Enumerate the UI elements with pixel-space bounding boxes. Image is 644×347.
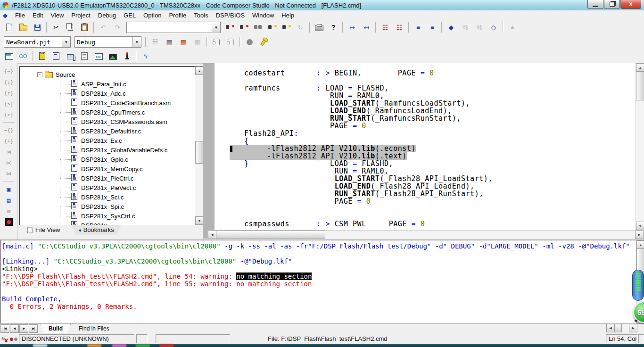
- file-label[interactable]: DSP281x_SysCtrl.c: [81, 213, 135, 220]
- memory-view-button[interactable]: [78, 50, 91, 62]
- build-output-window[interactable]: [main.c] "C:\CCStudio_v3.3PLA\C2000\cgto…: [0, 240, 644, 323]
- graph-view-button[interactable]: [92, 50, 105, 62]
- outdent-button[interactable]: ≡: [412, 21, 425, 33]
- scroll-thumb[interactable]: [636, 71, 644, 100]
- output-line[interactable]: [2, 288, 636, 295]
- toggle-probe-point-button[interactable]: ▥: [3, 206, 15, 216]
- tab-bookmarks[interactable]: ♦ Bookmarks: [72, 225, 121, 235]
- indent-button[interactable]: ≡: [426, 21, 439, 33]
- mdi-child-icon[interactable]: ◆: [3, 12, 8, 19]
- output-line[interactable]: [main.c] "C:\CCStudio_v3.3PLA\C2000\cgto…: [2, 242, 636, 250]
- tree-file-item[interactable]: DSP281x_PieVect.c: [19, 183, 195, 192]
- scroll-thumb[interactable]: [614, 324, 622, 332]
- file-label[interactable]: DSP281x_MemCopy.c: [81, 165, 143, 173]
- asm-step-over-button[interactable]: {↶}: [3, 109, 15, 120]
- scroll-up-button[interactable]: ▲: [636, 63, 644, 72]
- watch-glasses-button[interactable]: [17, 50, 30, 62]
- tree-file-item[interactable]: DSP281x_Adc.c: [19, 89, 195, 98]
- code-line[interactable]: PAGE = 0: [215, 198, 636, 205]
- output-line[interactable]: "F:\\DSP_Flash\\Flash_test\\FLASH2.cmd",…: [2, 273, 636, 280]
- find-prev-button[interactable]: [237, 21, 250, 33]
- project-tree[interactable]: -SourceASP_Para_Init.cDSP281x_Adc.cDSP28…: [19, 66, 195, 225]
- last-tab-button[interactable]: ▶|: [29, 324, 38, 333]
- code-line[interactable]: PAGE = 0: [215, 122, 636, 130]
- file-label[interactable]: DSP281x_CodeStartBranch.asm: [81, 99, 171, 107]
- menu-file[interactable]: File: [11, 11, 29, 19]
- scroll-down-button[interactable]: ▼: [636, 222, 644, 230]
- tree-file-item[interactable]: DSP281x_CpuTimers.c: [19, 107, 195, 117]
- file-label[interactable]: DSP281x_DefaultIsr.c: [81, 128, 141, 135]
- menu-view[interactable]: View: [47, 11, 67, 19]
- find-next-button[interactable]: [223, 21, 236, 33]
- code-editor[interactable]: codestart : > BEGIN, PAGE = 0ramfuncs : …: [215, 63, 636, 230]
- overlay-volume-bar[interactable]: [632, 270, 644, 301]
- goto-symbol-button[interactable]: ↤: [360, 21, 373, 33]
- goto-line-button[interactable]: ↦: [346, 21, 359, 33]
- code-line[interactable]: LOAD_END(_RamfuncsLoadEnd),: [215, 107, 636, 115]
- probe-point-button[interactable]: [243, 36, 256, 48]
- step-into-button[interactable]: {→}: [3, 66, 15, 77]
- dsp-bios-config-button[interactable]: ϟ: [139, 50, 152, 62]
- tree-file-item[interactable]: DSP281x_GlobalVariableDefs.c: [19, 145, 195, 155]
- tree-file-item[interactable]: DSP281x_CodeStartBranch.asm: [19, 98, 195, 107]
- tab-find-in-files[interactable]: Find in Files: [71, 324, 117, 333]
- scroll-left-button[interactable]: ◀: [606, 324, 615, 332]
- collapse-icon[interactable]: -: [37, 72, 42, 77]
- tree-file-item[interactable]: DSP281x_DefaultIsr.c: [19, 126, 195, 136]
- stop-build-button[interactable]: ▦: [191, 36, 204, 48]
- file-label[interactable]: DSP281x_: [81, 222, 110, 225]
- compile-file-button[interactable]: ☷: [149, 36, 162, 48]
- menu-edit[interactable]: Edit: [29, 11, 47, 19]
- find-in-files-button[interactable]: [251, 21, 264, 33]
- code-line[interactable]: RUN_START(_RamfuncsRunStart),: [215, 115, 636, 122]
- next-tab-button[interactable]: ▶: [19, 324, 28, 333]
- search-combo[interactable]: ▼: [126, 22, 221, 33]
- tree-root-label[interactable]: Source: [56, 71, 75, 78]
- config-combo-value[interactable]: Debug: [75, 39, 132, 46]
- file-label[interactable]: DSP281x_Adc.c: [81, 90, 126, 97]
- output-line[interactable]: "F:\\DSP_Flash\\Flash_test\\FLASH2.cmd",…: [2, 280, 636, 288]
- watch-window-button[interactable]: [2, 50, 16, 62]
- project-combo-value[interactable]: NewBoard.pjt: [4, 39, 62, 46]
- halt-button[interactable]: [210, 36, 223, 48]
- scroll-thumb[interactable]: [216, 231, 325, 239]
- run-free-button[interactable]: ⋉: [3, 157, 15, 168]
- menu-profile[interactable]: Profile: [165, 11, 190, 19]
- tree-node-source[interactable]: -Source: [19, 70, 195, 79]
- tree-file-item[interactable]: DSP281x_MemCopy.c: [19, 164, 195, 174]
- find-declaration-button[interactable]: ☷: [379, 21, 392, 33]
- code-line[interactable]: -lFlash2812_API_V210.lib(.econst): [215, 145, 636, 152]
- code-line[interactable]: } LOAD = FLASHD,: [215, 160, 636, 167]
- code-line[interactable]: codestart : > BEGIN, PAGE = 0: [215, 69, 636, 77]
- print-button[interactable]: [313, 21, 326, 33]
- menu-help[interactable]: Help: [278, 11, 298, 19]
- output-line[interactable]: 0 Errors, 2 Warnings, 0 Remarks.: [2, 303, 636, 310]
- tree-file-item[interactable]: DSP281x_Ev.c: [19, 136, 195, 145]
- code-line[interactable]: ramfuncs : LOAD = FLASHD,: [215, 84, 636, 92]
- editor-hscrollbar[interactable]: ◀ ▶: [208, 230, 644, 239]
- open-file-button[interactable]: [17, 21, 30, 33]
- file-label[interactable]: DSP281x_PieVect.c: [81, 184, 136, 191]
- title-bar[interactable]: /F2812 XDS510-USB2.0 Emulator/TMS320C280…: [0, 0, 644, 11]
- code-line[interactable]: {: [215, 137, 636, 145]
- copy-button[interactable]: [64, 21, 77, 33]
- output-line[interactable]: Build Complete,: [2, 295, 636, 303]
- code-line[interactable]: [215, 205, 636, 213]
- asm-step-into-button[interactable]: {↷}: [3, 99, 15, 109]
- find-word-button[interactable]: [265, 21, 279, 33]
- code-line[interactable]: LOAD_START(_RamfuncsLoadStart),: [215, 99, 636, 107]
- find-reference-button[interactable]: ☷: [393, 21, 406, 33]
- bookmark-toggle-button[interactable]: ◆: [445, 21, 458, 33]
- step-over-button[interactable]: {↓}: [3, 77, 15, 88]
- scroll-up-button[interactable]: ▲: [636, 240, 644, 249]
- editor-vscrollbar[interactable]: ▲ ▼: [636, 63, 644, 230]
- file-label[interactable]: DSP281x_Gpio.c: [81, 156, 128, 163]
- windows-taskbar-sliver[interactable]: [0, 344, 644, 347]
- bookmark-next-button[interactable]: %: [459, 21, 472, 33]
- bookmark-prev-button[interactable]: %: [473, 21, 486, 33]
- scroll-left-button[interactable]: ◀: [208, 231, 216, 239]
- menu-gel[interactable]: GEL: [120, 11, 140, 19]
- profile-setup-button[interactable]: [257, 36, 270, 48]
- tree-file-item[interactable]: DSP281x_Gpio.c: [19, 155, 195, 164]
- code-line[interactable]: [215, 77, 636, 84]
